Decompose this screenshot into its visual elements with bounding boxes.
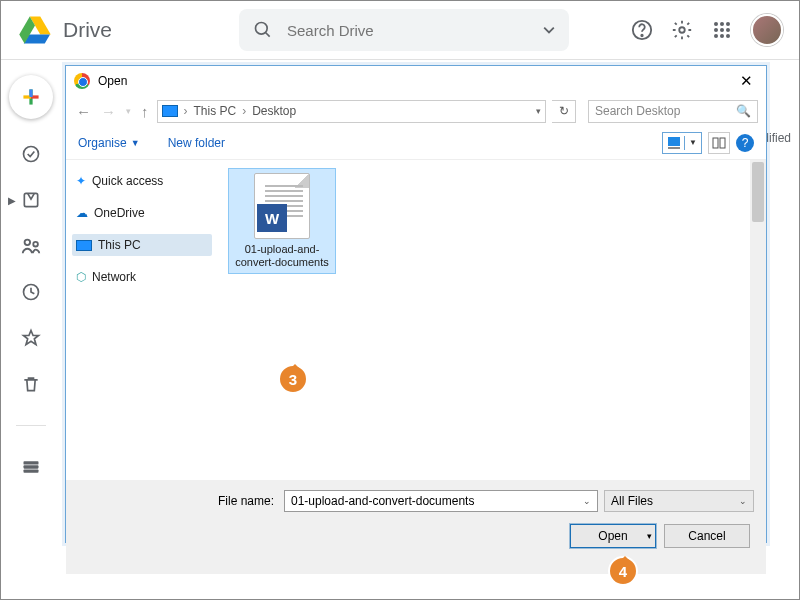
- cancel-button[interactable]: Cancel: [664, 524, 750, 548]
- file-pane[interactable]: W 01-upload-and-convert-documents: [218, 160, 766, 480]
- search-icon: 🔍: [736, 104, 751, 118]
- storage-icon[interactable]: [20, 456, 42, 478]
- breadcrumb-folder[interactable]: Desktop: [252, 104, 296, 118]
- forward-button: →: [99, 103, 118, 120]
- close-icon[interactable]: ✕: [734, 72, 758, 90]
- breadcrumb[interactable]: › This PC › Desktop ▾: [157, 100, 547, 123]
- svg-point-17: [33, 242, 38, 247]
- svg-rect-24: [713, 138, 718, 148]
- drive-icon: [17, 12, 53, 48]
- svg-point-9: [720, 28, 724, 32]
- callout-step-4: 4: [608, 556, 638, 586]
- tree-network[interactable]: ⬡Network: [72, 266, 212, 288]
- svg-point-0: [256, 23, 268, 35]
- svg-rect-22: [668, 137, 680, 146]
- back-button[interactable]: ←: [74, 103, 93, 120]
- svg-point-14: [24, 147, 39, 162]
- svg-point-7: [726, 22, 730, 26]
- search-bar[interactable]: [239, 9, 569, 51]
- priority-icon[interactable]: [20, 143, 42, 165]
- svg-point-13: [726, 34, 730, 38]
- chrome-icon: [74, 73, 90, 89]
- file-filter-dropdown[interactable]: All Files⌄: [604, 490, 754, 512]
- dialog-titlebar: Open ✕: [66, 66, 766, 96]
- thumbnails-icon: [663, 136, 685, 150]
- view-mode-dropdown[interactable]: ▼: [662, 132, 702, 154]
- drive-sidebar: ▶: [1, 61, 61, 478]
- avatar[interactable]: [751, 14, 783, 46]
- nav-row: ← → ▾ ↑ › This PC › Desktop ▾ ↻ Search D…: [66, 96, 766, 126]
- new-folder-button[interactable]: New folder: [168, 136, 225, 150]
- filename-label: File name:: [78, 494, 278, 508]
- shared-icon[interactable]: [20, 235, 42, 257]
- folder-search-placeholder: Search Desktop: [595, 104, 680, 118]
- monitor-icon: [76, 240, 92, 251]
- recent-icon[interactable]: [20, 281, 42, 303]
- star-icon: ✦: [76, 174, 86, 188]
- breadcrumb-root[interactable]: This PC: [194, 104, 237, 118]
- folder-search[interactable]: Search Desktop 🔍: [588, 100, 758, 123]
- file-label: 01-upload-and-convert-documents: [231, 243, 333, 269]
- scrollbar[interactable]: [750, 160, 766, 480]
- open-button[interactable]: Open▾: [570, 524, 656, 548]
- search-icon: [253, 20, 273, 40]
- drive-logo[interactable]: Drive: [17, 12, 112, 48]
- starred-icon[interactable]: [20, 327, 42, 349]
- svg-point-6: [720, 22, 724, 26]
- svg-line-1: [266, 33, 270, 37]
- dialog-title: Open: [98, 74, 127, 88]
- folder-tree: ✦Quick access ☁OneDrive This PC ⬡Network: [66, 160, 218, 480]
- svg-rect-21: [24, 470, 39, 473]
- dropdown-icon[interactable]: [543, 24, 555, 36]
- svg-rect-19: [24, 461, 39, 464]
- svg-point-16: [25, 240, 30, 246]
- svg-point-10: [726, 28, 730, 32]
- up-button[interactable]: ↑: [139, 103, 151, 120]
- svg-point-4: [679, 27, 685, 33]
- svg-point-5: [714, 22, 718, 26]
- svg-rect-25: [720, 138, 725, 148]
- callout-step-3: 3: [278, 364, 308, 394]
- tree-onedrive[interactable]: ☁OneDrive: [72, 202, 212, 224]
- tree-quick-access[interactable]: ✦Quick access: [72, 170, 212, 192]
- organise-menu[interactable]: Organise▼: [78, 136, 140, 150]
- word-doc-icon: W: [254, 173, 310, 239]
- mydrive-icon[interactable]: ▶: [20, 189, 42, 211]
- gear-icon[interactable]: [671, 19, 693, 41]
- drive-app-name: Drive: [63, 18, 112, 42]
- tree-this-pc[interactable]: This PC: [72, 234, 212, 256]
- history-dropdown[interactable]: ▾: [124, 106, 133, 116]
- filename-input[interactable]: 01-upload-and-convert-documents⌄: [284, 490, 598, 512]
- svg-point-8: [714, 28, 718, 32]
- open-dialog: Open ✕ ← → ▾ ↑ › This PC › Desktop ▾ ↻ S…: [65, 65, 767, 543]
- preview-pane-button[interactable]: [708, 132, 730, 154]
- help-icon[interactable]: [631, 19, 653, 41]
- toolbar-row: Organise▼ New folder ▼ ?: [66, 126, 766, 160]
- thispc-icon: [162, 105, 178, 117]
- drive-header: Drive: [1, 1, 799, 59]
- cloud-icon: ☁: [76, 206, 88, 220]
- scrollbar-thumb[interactable]: [752, 162, 764, 222]
- file-item-selected[interactable]: W 01-upload-and-convert-documents: [228, 168, 336, 274]
- svg-point-12: [720, 34, 724, 38]
- svg-point-3: [641, 35, 642, 36]
- svg-rect-20: [24, 465, 39, 468]
- new-button[interactable]: [9, 75, 53, 119]
- network-icon: ⬡: [76, 270, 86, 284]
- svg-point-11: [714, 34, 718, 38]
- help-button[interactable]: ?: [736, 134, 754, 152]
- svg-rect-23: [668, 147, 680, 149]
- search-input[interactable]: [285, 21, 531, 40]
- refresh-button[interactable]: ↻: [552, 100, 576, 123]
- trash-icon[interactable]: [20, 373, 42, 395]
- apps-icon[interactable]: [711, 19, 733, 41]
- dialog-footer: File name: 01-upload-and-convert-documen…: [66, 480, 766, 574]
